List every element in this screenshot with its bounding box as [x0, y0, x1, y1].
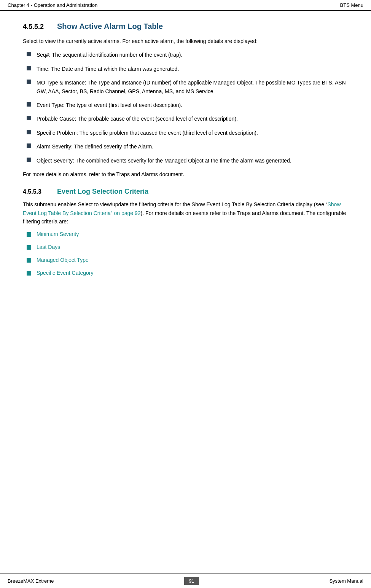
header-left: Chapter 4 - Operation and Administration: [8, 2, 97, 8]
bullet-text-1: Seq#: The sequential identification numb…: [37, 51, 182, 59]
bullet-text-3: MO Type & Instance: The Type and Instanc…: [37, 78, 348, 96]
section-4552-intro: Select to view the currently active alar…: [23, 37, 348, 45]
section-4553-number: 4.5.5.3: [23, 188, 57, 195]
bullet-icon-3: [27, 80, 31, 84]
teal-bullet-icon-2: [27, 245, 31, 250]
page-wrapper: Chapter 4 - Operation and Administration…: [0, 0, 371, 588]
bullet-text-4: Event Type: The type of event (first lev…: [37, 101, 182, 109]
criteria-text-1: Minimum Severity: [37, 231, 79, 237]
list-item: Specific Problem: The specific problem t…: [23, 129, 348, 137]
section-4553-title: Event Log Selection Criteria: [57, 188, 148, 196]
criteria-text-3: Managed Object Type: [37, 257, 89, 263]
section-4552-footer: For more details on alarms, refer to the…: [23, 170, 348, 178]
bullet-icon-5: [27, 116, 31, 120]
criteria-list: Minimum Severity Last Days Managed Objec…: [23, 231, 348, 276]
list-item: Time: The Date and Time at which the ala…: [23, 65, 348, 73]
teal-bullet-icon-3: [27, 258, 31, 263]
section-4552-bullet-list: Seq#: The sequential identification numb…: [23, 51, 348, 165]
list-item: Probable Cause: The probable cause of th…: [23, 115, 348, 123]
list-item: Minimum Severity: [23, 231, 348, 237]
list-item: Specific Event Category: [23, 270, 348, 276]
section-4553-intro: This submenu enables Select to view/upda…: [23, 200, 348, 226]
page-header: Chapter 4 - Operation and Administration…: [0, 0, 371, 11]
list-item: Last Days: [23, 244, 348, 250]
bullet-icon-4: [27, 102, 31, 107]
section-4552-number: 4.5.5.2: [23, 23, 57, 31]
bullet-icon-1: [27, 52, 31, 56]
teal-bullet-icon-4: [27, 271, 31, 276]
header-right: BTS Menu: [340, 2, 363, 8]
list-item: Managed Object Type: [23, 257, 348, 263]
section-4552-heading: 4.5.5.2 Show Active Alarm Log Table: [23, 22, 348, 31]
bullet-text-7: Alarm Severity: The defined severity of …: [37, 142, 153, 151]
criteria-text-4: Specific Event Category: [37, 270, 93, 276]
criteria-text-2: Last Days: [37, 244, 60, 250]
section-4553-heading: 4.5.5.3 Event Log Selection Criteria: [23, 188, 348, 196]
list-item: MO Type & Instance: The Type and Instanc…: [23, 78, 348, 96]
main-content: 4.5.5.2 Show Active Alarm Log Table Sele…: [0, 11, 371, 306]
bullet-text-8: Object Severity: The combined events sev…: [37, 156, 291, 165]
list-item: Object Severity: The combined events sev…: [23, 156, 348, 165]
list-item: Event Type: The type of event (first lev…: [23, 101, 348, 109]
section-4552-title: Show Active Alarm Log Table: [57, 22, 163, 31]
list-item: Seq#: The sequential identification numb…: [23, 51, 348, 59]
footer-left: BreezeMAX Extreme: [8, 578, 54, 584]
page-footer: BreezeMAX Extreme 91 System Manual: [0, 574, 371, 588]
intro-part1: This submenu enables Select to view/upda…: [23, 201, 328, 207]
bullet-text-2: Time: The Date and Time at which the ala…: [37, 65, 179, 73]
bullet-icon-7: [27, 143, 31, 148]
bullet-text-5: Probable Cause: The probable cause of th…: [37, 115, 238, 123]
footer-page-number: 91: [184, 577, 199, 585]
footer-right: System Manual: [329, 578, 363, 584]
bullet-icon-2: [27, 66, 31, 70]
bullet-icon-8: [27, 158, 31, 162]
teal-bullet-icon-1: [27, 232, 31, 237]
list-item: Alarm Severity: The defined severity of …: [23, 142, 348, 151]
bullet-icon-6: [27, 130, 31, 134]
bullet-text-6: Specific Problem: The specific problem t…: [37, 129, 258, 137]
